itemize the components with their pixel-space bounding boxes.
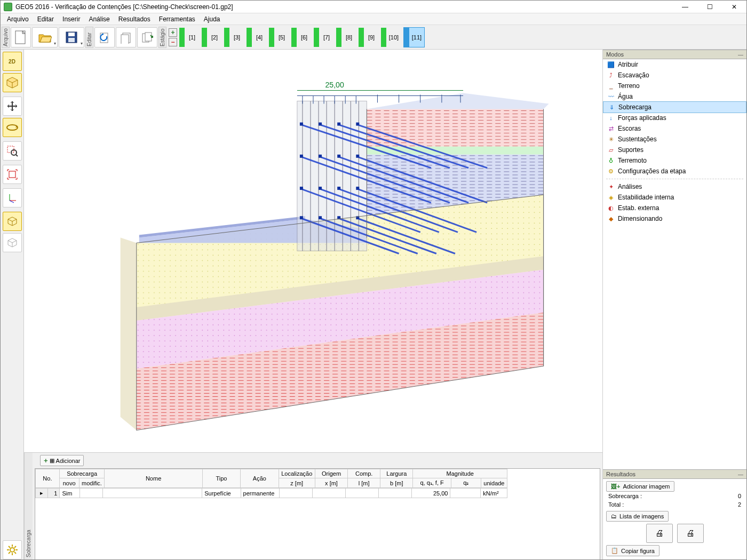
print-button-2[interactable]: 🖨 bbox=[677, 524, 704, 543]
redo-button[interactable] bbox=[116, 27, 136, 47]
maximize-button[interactable]: ☐ bbox=[697, 1, 722, 13]
menu-editar[interactable]: Editar bbox=[33, 14, 58, 24]
print-button-1[interactable]: 🖨 bbox=[646, 524, 673, 543]
open-file-button[interactable]: ▾ bbox=[32, 27, 58, 47]
bottom-panel-label: Sobrecarga bbox=[24, 453, 33, 559]
add-row-button[interactable]: +▦ Adicionar bbox=[40, 455, 84, 466]
modes-panel-header: Modos— bbox=[603, 50, 746, 59]
stage-1[interactable]: [1] bbox=[179, 27, 200, 47]
svg-line-17 bbox=[10, 201, 14, 203]
copy-figure-button[interactable]: 📋Copiar figura bbox=[606, 545, 659, 556]
mode-escavacao[interactable]: ⤴Escavação bbox=[603, 70, 746, 81]
stage-11[interactable]: [11] bbox=[403, 27, 425, 47]
svg-marker-18 bbox=[8, 217, 17, 221]
svg-rect-79 bbox=[300, 123, 303, 126]
add-image-button[interactable]: 🖼+Adicionar imagem bbox=[606, 481, 674, 492]
menu-arquivo[interactable]: Arquivo bbox=[3, 14, 33, 24]
mode-analises[interactable]: ✦Análises bbox=[603, 181, 746, 192]
dimension-label: 25,00 bbox=[325, 81, 344, 89]
new-file-button[interactable] bbox=[11, 27, 31, 47]
svg-line-27 bbox=[9, 546, 10, 548]
stage-8[interactable]: [8] bbox=[336, 27, 356, 47]
zoom-window-button[interactable] bbox=[3, 141, 22, 161]
view-wire-button[interactable] bbox=[3, 233, 22, 252]
svg-rect-90 bbox=[356, 187, 359, 190]
menu-resultados[interactable]: Resultados bbox=[114, 14, 155, 24]
stage-9[interactable]: [9] bbox=[359, 27, 379, 47]
menu-bar: Arquivo Editar Inserir Análise Resultado… bbox=[1, 13, 746, 25]
mode-dimensionando[interactable]: ◆Dimensionando bbox=[603, 213, 746, 224]
svg-rect-91 bbox=[300, 216, 303, 219]
view-iso-button[interactable] bbox=[3, 212, 22, 231]
menu-ajuda[interactable]: Ajuda bbox=[200, 14, 225, 24]
svg-marker-38 bbox=[367, 109, 543, 147]
surcharge-table[interactable]: No. Sobrecarga Nome Tipo Ação Localizaçã… bbox=[35, 468, 600, 559]
stage-3[interactable]: [3] bbox=[224, 27, 244, 47]
settings-button[interactable] bbox=[3, 540, 22, 559]
modes-collapse-icon[interactable]: — bbox=[738, 52, 743, 58]
svg-rect-87 bbox=[300, 187, 303, 190]
svg-point-22 bbox=[10, 548, 14, 552]
view-3d-button[interactable] bbox=[3, 73, 22, 92]
mode-terremoto[interactable]: ♁Terremoto bbox=[603, 155, 746, 166]
modes-list: 🟦Atribuir ⤴Escavação ⎯Terreno 〰Água ⇓Sob… bbox=[603, 59, 746, 469]
stage-2[interactable]: [2] bbox=[202, 27, 222, 47]
mode-estab-externa[interactable]: ◐Estab. externa bbox=[603, 203, 746, 213]
undo-button[interactable] bbox=[94, 27, 115, 47]
svg-rect-83 bbox=[300, 155, 303, 158]
mode-atribuir[interactable]: 🟦Atribuir bbox=[603, 59, 746, 70]
results-collapse-icon[interactable]: — bbox=[738, 471, 743, 477]
svg-rect-8 bbox=[145, 33, 152, 41]
save-file-button[interactable]: ▾ bbox=[59, 27, 84, 47]
mode-estab-interna[interactable]: ◈Estabilidade interna bbox=[603, 192, 746, 203]
model-viewport[interactable]: 25,00 bbox=[24, 50, 602, 453]
image-list-button[interactable]: 🗂Lista de imagens bbox=[606, 511, 669, 522]
menu-inserir[interactable]: Inserir bbox=[58, 14, 84, 24]
close-button[interactable]: ✕ bbox=[722, 1, 746, 13]
zoom-extents-button[interactable] bbox=[3, 165, 22, 184]
svg-rect-85 bbox=[337, 155, 340, 158]
axes-button[interactable] bbox=[3, 188, 22, 207]
stage-remove-button[interactable]: − bbox=[169, 38, 177, 46]
stage-4[interactable]: [4] bbox=[247, 27, 267, 47]
svg-rect-80 bbox=[319, 123, 322, 126]
stage-5[interactable]: [5] bbox=[269, 27, 289, 47]
mode-sustentacoes[interactable]: ✳Sustentações bbox=[603, 134, 746, 145]
svg-line-28 bbox=[14, 552, 16, 554]
stage-10[interactable]: [10] bbox=[381, 27, 401, 47]
mode-suportes[interactable]: ▱Suportes bbox=[603, 145, 746, 155]
toolbar-group-stage: Estágio bbox=[158, 27, 166, 48]
app-icon bbox=[4, 3, 12, 11]
mode-sobrecarga[interactable]: ⇓Sobrecarga bbox=[603, 101, 746, 113]
minimize-button[interactable]: — bbox=[673, 1, 697, 13]
mode-forcas[interactable]: ↓Forças aplicadas bbox=[603, 113, 746, 123]
svg-rect-14 bbox=[9, 171, 15, 178]
menu-analise[interactable]: Análise bbox=[84, 14, 114, 24]
svg-marker-50 bbox=[121, 237, 137, 430]
window-title: GEO5 2016 - Verificação de Contenções [C… bbox=[15, 3, 673, 11]
rotate-button[interactable] bbox=[3, 118, 22, 137]
svg-rect-2 bbox=[68, 33, 75, 36]
results-panel-header: Resultados— bbox=[603, 469, 746, 479]
mode-escoras[interactable]: ⇄Escoras bbox=[603, 123, 746, 134]
svg-rect-88 bbox=[319, 187, 322, 190]
copy-button[interactable] bbox=[137, 27, 157, 47]
stage-6[interactable]: [6] bbox=[291, 27, 312, 47]
mode-agua[interactable]: 〰Água bbox=[603, 91, 746, 102]
svg-rect-3 bbox=[68, 38, 75, 42]
mode-config-etapa[interactable]: ⚙Configurações da etapa bbox=[603, 166, 746, 177]
svg-marker-20 bbox=[8, 238, 17, 243]
results-sobrecarga-label: Sobrecarga : bbox=[608, 493, 642, 499]
svg-marker-39 bbox=[367, 147, 543, 155]
toolbar: Arquivo ▾ ▾ Editar Estágio + − [1] [2] [… bbox=[1, 25, 746, 50]
menu-ferramentas[interactable]: Ferramentas bbox=[155, 14, 200, 24]
toolbar-group-edit: Editar bbox=[85, 27, 93, 48]
svg-rect-11 bbox=[7, 146, 14, 153]
stage-add-button[interactable]: + bbox=[169, 28, 177, 37]
mode-terreno[interactable]: ⎯Terreno bbox=[603, 81, 746, 91]
toolbar-group-file: Arquivo bbox=[2, 27, 10, 48]
table-row[interactable]: ▸ 1 Sim Surpefície permanente bbox=[36, 489, 507, 498]
stage-7[interactable]: [7] bbox=[314, 27, 334, 47]
pan-button[interactable] bbox=[3, 97, 22, 116]
view-2d-button[interactable]: 2D bbox=[3, 52, 22, 71]
